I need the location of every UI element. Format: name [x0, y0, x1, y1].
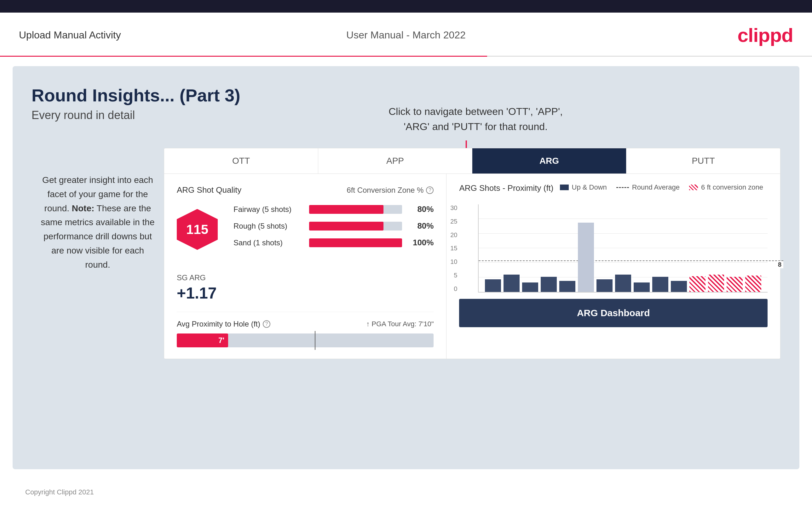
y-axis: 30 25 20 15 10 5 0 — [443, 204, 457, 292]
top-bar — [0, 0, 812, 13]
legend-up-down: Up & Down — [560, 183, 607, 191]
bar-8 — [615, 275, 631, 292]
tab-ott[interactable]: OTT — [164, 148, 318, 173]
legend-round-avg: Round Average — [616, 183, 680, 191]
bar-dark-3 — [522, 282, 538, 292]
manual-label: User Manual - March 2022 — [346, 29, 466, 41]
tab-putt[interactable]: PUTT — [626, 148, 780, 173]
bar-9 — [633, 282, 650, 292]
shot-label-1: Fairway (5 shots) — [234, 205, 303, 214]
bar-dark-4 — [541, 277, 557, 292]
shot-pct-2: 80% — [408, 221, 434, 231]
bar-11 — [671, 281, 687, 292]
shot-row-3: Sand (1 shots) 100% — [234, 238, 434, 247]
left-panel: ARG Shot Quality 6ft Conversion Zone % ?… — [164, 174, 447, 359]
help-icon[interactable]: ? — [426, 186, 434, 194]
bar-hatched-3 — [727, 277, 743, 292]
bars-group — [485, 204, 761, 292]
shot-bar-fill-2 — [309, 222, 384, 230]
footer: Copyright Clippd 2021 — [0, 478, 812, 506]
tabs-row: OTT APP ARG PUTT — [164, 148, 780, 174]
bar-3 — [522, 282, 538, 292]
bar-1 — [485, 279, 501, 292]
shot-row-2: Rough (5 shots) 80% — [234, 221, 434, 231]
bar-15 — [745, 276, 761, 292]
prox-marker — [315, 331, 315, 350]
dashboard-card: OTT APP ARG PUTT ARG Shot Quality 6ft Co… — [164, 148, 780, 359]
bar-10 — [652, 277, 668, 292]
tab-arg[interactable]: ARG — [472, 148, 626, 173]
bar-5 — [559, 281, 575, 292]
prox-bar: 7' — [177, 334, 434, 347]
sg-value: +1.17 — [177, 284, 434, 302]
bar-12 — [690, 276, 706, 292]
shot-pct-3: 100% — [408, 238, 434, 247]
bar-dark-5 — [559, 281, 575, 292]
bar-hatched-2 — [708, 275, 724, 292]
hex-score: 115 Fairway (5 shots) 80% Rough (5 shots… — [177, 204, 434, 255]
panel-subtitle: 6ft Conversion Zone % ? — [347, 186, 434, 194]
panel-title: ARG Shot Quality — [177, 185, 241, 195]
shot-row-1: Fairway (5 shots) 80% — [234, 204, 434, 214]
page-title: Round Insights... (Part 3) — [32, 85, 780, 106]
bar-tall-1 — [578, 223, 594, 292]
arg-dashboard-button[interactable]: ARG Dashboard — [459, 299, 768, 327]
legend-dashed-icon — [616, 187, 629, 188]
bar-7 — [597, 279, 613, 292]
copyright: Copyright Clippd 2021 — [25, 488, 94, 496]
header-left: Upload Manual Activity — [19, 29, 121, 41]
prox-section: Avg Proximity to Hole (ft) ? ↑ PGA Tour … — [177, 312, 434, 347]
shot-label-3: Sand (1 shots) — [234, 238, 303, 247]
bar-14 — [727, 277, 743, 292]
card-body: ARG Shot Quality 6ft Conversion Zone % ?… — [164, 174, 780, 359]
bar-hatched-4 — [745, 276, 761, 292]
chart-area: 8 — [478, 204, 768, 292]
bar-4 — [541, 277, 557, 292]
bar-dark-7 — [615, 275, 631, 292]
bar-dark-6 — [597, 279, 613, 292]
prox-value: 7' — [218, 336, 224, 345]
prox-avg: ↑ PGA Tour Avg: 7'10" — [366, 320, 434, 328]
prox-bar-fill: 7' — [177, 334, 228, 347]
main-content: Round Insights... (Part 3) Every round i… — [13, 66, 799, 469]
bar-2 — [504, 275, 520, 292]
tab-app[interactable]: APP — [318, 148, 472, 173]
shot-bar-1 — [309, 205, 402, 214]
side-text: Get greater insight into each facet of y… — [38, 173, 158, 272]
prox-help-icon[interactable]: ? — [263, 320, 270, 328]
sg-label: SG ARG — [177, 273, 434, 282]
chart-legend: Up & Down Round Average 6 ft conversion … — [560, 183, 763, 191]
bar-13 — [708, 275, 724, 292]
shot-bar-fill-1 — [309, 205, 384, 214]
shot-label-2: Rough (5 shots) — [234, 222, 303, 230]
prox-header: Avg Proximity to Hole (ft) ? ↑ PGA Tour … — [177, 320, 434, 329]
hex-badge: 115 — [177, 209, 218, 250]
legend-6ft: 6 ft conversion zone — [689, 183, 763, 191]
prox-title: Avg Proximity to Hole (ft) ? — [177, 320, 270, 329]
legend-hatched-icon — [689, 184, 698, 190]
shot-pct-1: 80% — [408, 204, 434, 214]
bar-dark-1 — [485, 279, 501, 292]
bar-dark-8 — [633, 282, 650, 292]
bar-dark-10 — [671, 281, 687, 292]
ref-label: 8 — [776, 261, 783, 268]
panel-header: ARG Shot Quality 6ft Conversion Zone % ? — [177, 185, 434, 195]
shot-quality: Fairway (5 shots) 80% Rough (5 shots) — [234, 204, 434, 255]
header: Upload Manual Activity User Manual - Mar… — [0, 13, 812, 56]
header-divider — [0, 56, 812, 57]
bar-dark-9 — [652, 277, 668, 292]
clippd-logo: clippd — [737, 24, 793, 46]
shot-bar-2 — [309, 222, 402, 230]
bar-dark-2 — [504, 275, 520, 292]
sg-section: SG ARG +1.17 — [177, 267, 434, 302]
shot-bar-3 — [309, 238, 402, 247]
bar-hatched-1 — [690, 276, 706, 292]
right-panel-title: ARG Shots - Proximity (ft) — [459, 183, 553, 193]
shot-bar-fill-3 — [309, 238, 402, 247]
legend-up-down-icon — [560, 184, 569, 190]
right-panel: ARG Shots - Proximity (ft) Up & Down Rou… — [447, 174, 780, 359]
upload-link[interactable]: Upload Manual Activity — [19, 29, 121, 41]
bar-6 — [578, 223, 594, 292]
